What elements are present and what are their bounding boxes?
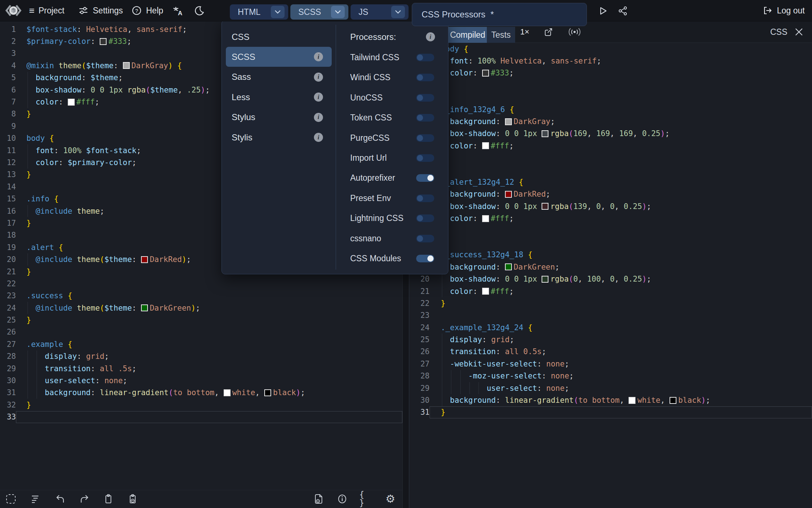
toggle-purgecss[interactable] [416,134,434,142]
color-swatch[interactable] [505,191,512,198]
color-swatch[interactable] [629,397,635,404]
compiled-line[interactable]: 5 [409,91,812,103]
color-swatch[interactable] [482,142,489,149]
share-icon[interactable] [616,5,629,17]
scss-pane-button[interactable]: SCSS [290,4,348,20]
color-swatch[interactable] [482,215,489,222]
compiled-line[interactable]: 18._success_132g4_18 { [409,249,812,261]
redo-icon[interactable] [77,492,92,506]
compiled-line[interactable]: 1body { [409,43,812,55]
info-icon[interactable]: i [314,93,323,102]
toggle-tailwind-css[interactable] [416,54,434,61]
editor-line[interactable]: 33 [0,411,402,423]
color-swatch[interactable] [542,276,548,283]
color-swatch[interactable] [482,288,489,295]
toggle-cssnano[interactable] [416,235,434,242]
toggle-preset-env[interactable] [416,194,434,202]
translate-icon[interactable]: A [172,5,184,17]
compiled-line[interactable]: 12._alert_132g4_12 { [409,176,812,188]
chevron-down-icon[interactable] [391,6,405,18]
editor-line[interactable]: 31 background: linear-gradient(to bottom… [0,387,402,399]
gear-icon[interactable]: ⚙ [383,492,398,506]
menu-settings[interactable]: Settings [78,0,123,21]
js-pane-button[interactable]: JS [351,4,409,20]
color-swatch[interactable] [505,118,512,125]
run-button[interactable] [596,5,609,17]
color-swatch[interactable] [542,203,548,210]
color-swatch[interactable] [68,99,75,106]
html-pane-button[interactable]: HTML [230,4,288,20]
compiled-line[interactable]: 21 color: #fff; [409,285,812,297]
menu-item-stylus[interactable]: Stylusi [226,107,332,127]
compiled-line[interactable]: 8 box-shadow: 0 0 1px rgba(169, 169, 169… [409,128,812,140]
chevron-down-icon[interactable] [271,6,285,18]
project-title-input[interactable]: CSS Processors * [412,3,587,26]
color-swatch[interactable] [264,389,271,396]
info-icon[interactable]: i [426,32,435,41]
editor-line[interactable]: 27.example { [0,338,402,350]
compiled-line[interactable]: 31} [409,406,812,418]
compiled-line[interactable]: 23 [409,310,812,321]
compiled-line[interactable]: 10} [409,152,812,164]
menu-item-scss[interactable]: SCSSi [226,47,332,67]
compiled-line[interactable]: 25 display: grid; [409,333,812,345]
toggle-lightning-css[interactable] [416,214,434,222]
braces-icon[interactable]: { } [359,492,374,506]
copy-clipboard-icon[interactable] [101,492,116,506]
info-icon[interactable]: i [314,52,323,61]
compiled-line[interactable]: 17 [409,237,812,249]
info-icon[interactable]: i [314,73,323,82]
undo-icon[interactable] [53,492,67,506]
compiled-line[interactable]: 11 [409,164,812,176]
editor-line[interactable]: 30 user-select: none; [0,374,402,386]
chevron-down-icon[interactable] [331,6,345,18]
compiled-line[interactable]: 13 background: DarkRed; [409,188,812,200]
color-swatch[interactable] [542,130,548,137]
color-swatch[interactable] [100,38,107,45]
menu-item-css[interactable]: CSS [226,27,332,47]
toggle-windi-css[interactable] [416,74,434,81]
editor-line[interactable]: 28 display: grid; [0,351,402,362]
menu-project[interactable]: ≡ Project [29,0,65,21]
editor-line[interactable]: 25} [0,314,402,326]
toggle-autoprefixer[interactable] [416,174,434,182]
tab-compiled[interactable]: Compiled [448,27,487,43]
compiled-line[interactable]: 22} [409,297,812,309]
toggle-token-css[interactable] [416,114,434,122]
paste-clipboard-icon[interactable] [125,492,140,506]
compiled-line[interactable]: 28 -moz-user-select: none; [409,370,812,382]
close-icon[interactable] [792,26,805,38]
compiled-line[interactable]: 29 user-select: none; [409,382,812,394]
toggle-unocss[interactable] [416,94,434,102]
menu-help[interactable]: ? Help [131,0,163,21]
logout-button[interactable]: Log out [762,0,805,21]
editor-line[interactable]: 32} [0,399,402,411]
color-swatch[interactable] [224,389,231,396]
toggle-css-modules[interactable] [416,255,434,262]
color-swatch[interactable] [141,304,148,311]
compiled-line[interactable]: 14 box-shadow: 0 0 1px rgba(139, 0, 0, 0… [409,200,812,212]
compiled-line[interactable]: 3 color: #333; [409,67,812,79]
compiled-line[interactable]: 2 font: 100% Helvetica, sans-serif; [409,55,812,67]
compiled-line[interactable]: 6._info_132g4_6 { [409,103,812,115]
compiled-line[interactable]: 4} [409,79,812,91]
compiled-line[interactable]: 20 box-shadow: 0 0 1px rgba(0, 100, 0, 0… [409,273,812,285]
info-icon[interactable]: i [314,113,323,122]
editor-line[interactable]: 23.success { [0,290,402,302]
editor-line[interactable]: 29 transition: all .5s; [0,362,402,374]
color-swatch[interactable] [482,70,489,77]
color-swatch[interactable] [123,62,130,69]
selection-mode-icon[interactable] [4,492,18,506]
editor-line[interactable]: 24 @include theme($theme: DarkGreen); [0,302,402,314]
compiled-line[interactable]: 16} [409,225,812,237]
compiled-line[interactable]: 19 background: DarkGreen; [409,261,812,273]
live-broadcast-icon[interactable] [568,26,581,38]
dark-mode-moon-icon[interactable] [193,5,205,17]
tab-tests[interactable]: Tests [487,27,515,43]
color-swatch[interactable] [141,256,148,263]
compiled-line[interactable]: 27 -webkit-user-select: none; [409,358,812,370]
toggle-import-url[interactable] [416,154,434,162]
editor-line[interactable]: 22 [0,278,402,290]
editor-line[interactable]: 26 [0,326,402,338]
compiled-line[interactable]: 15 color: #fff; [409,212,812,224]
